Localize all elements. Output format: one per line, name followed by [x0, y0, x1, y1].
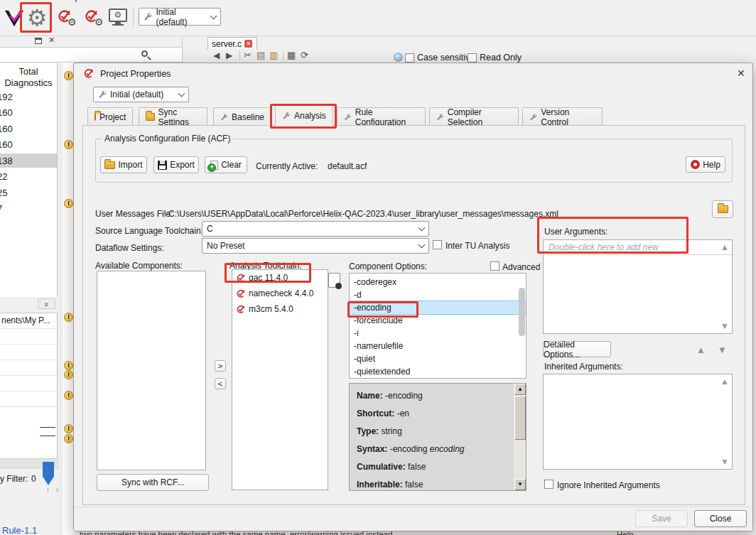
profile-selector-dialog[interactable]: Initial (default): [93, 87, 189, 102]
splitter-grip[interactable]: [40, 436, 55, 436]
tab-project[interactable]: Project: [87, 107, 133, 126]
available-components-list[interactable]: [97, 271, 206, 470]
project-path-item[interactable]: nents\My P...: [0, 313, 57, 329]
scroll-up-button[interactable]: ▲: [514, 384, 526, 395]
sync-with-rcf-button[interactable]: Sync with RCF...: [97, 474, 209, 491]
diagnostics-row[interactable]: 7: [0, 203, 54, 214]
tab-rule-configuration[interactable]: Rule Configuration: [337, 107, 426, 126]
warning-icon[interactable]: !: [64, 140, 73, 149]
scroll-down-icon[interactable]: ▼: [720, 322, 729, 330]
advanced-checkbox[interactable]: [490, 261, 500, 271]
cut-icon[interactable]: ✂: [244, 50, 252, 60]
analysis-toolchain-list[interactable]: qac 11.4.0 namecheck 4.4.0 m3cm 5.4.0: [232, 269, 328, 490]
copy-icon[interactable]: ▤: [256, 50, 265, 60]
component-options-list[interactable]: -coderegex -d -encoding -forceinclude -i…: [349, 273, 526, 379]
warning-icon[interactable]: !: [64, 391, 73, 400]
read-only-checkbox[interactable]: [468, 53, 477, 63]
search-icon[interactable]: [141, 50, 148, 57]
clear-button[interactable]: Clear: [205, 156, 247, 173]
option-item-selected[interactable]: -encoding: [350, 301, 526, 314]
diagnostics-row[interactable]: 160: [0, 107, 54, 118]
tab-analysis[interactable]: Analysis: [275, 105, 333, 126]
profile-selector-toolbar[interactable]: Initial (default): [139, 8, 221, 26]
warning-icon[interactable]: !: [64, 434, 73, 443]
scroll-down-button[interactable]: ▼: [514, 479, 526, 490]
export-button[interactable]: Export: [153, 156, 199, 173]
option-item[interactable]: -d: [350, 288, 526, 301]
diagnostics-row[interactable]: 192: [0, 92, 54, 102]
option-item[interactable]: -coderegex: [350, 276, 526, 288]
detailed-options-button[interactable]: Detailed Options...: [543, 341, 611, 357]
menu-view[interactable]: View: [19, 0, 39, 2]
source-language-select[interactable]: C: [202, 221, 429, 237]
warning-icon[interactable]: !: [64, 361, 73, 370]
warning-icon[interactable]: !: [64, 199, 73, 208]
close-panel-icon[interactable]: ✕: [48, 36, 55, 45]
scroll-up-icon[interactable]: ▲: [720, 377, 729, 386]
move-up-icon[interactable]: ▲: [696, 345, 706, 355]
tab-version-control[interactable]: Version Control: [522, 107, 603, 126]
import-button[interactable]: Import: [100, 156, 147, 173]
warning-icon[interactable]: !: [64, 313, 73, 322]
monitor-settings-button[interactable]: ⚙: [109, 9, 127, 22]
toolchain-item-namecheck[interactable]: namecheck 4.4.0: [232, 286, 328, 301]
find-icon[interactable]: [394, 53, 403, 62]
scroll-up-icon[interactable]: ▲: [720, 243, 729, 252]
close-tab-icon[interactable]: ✕: [244, 40, 252, 48]
project-properties-gear-button[interactable]: ⚙: [23, 4, 50, 31]
help-button[interactable]: Help: [686, 156, 725, 173]
option-item[interactable]: -namerulefile: [350, 340, 526, 352]
forward-icon[interactable]: ▶: [226, 50, 232, 60]
option-item[interactable]: -forceinclude: [350, 314, 526, 327]
diagnostics-row[interactable]: 160: [0, 124, 54, 134]
diagnostics-row-selected[interactable]: 138: [0, 156, 54, 166]
list-item[interactable]: [0, 376, 57, 391]
browse-folder-button[interactable]: [712, 200, 733, 218]
search-input[interactable]: [0, 47, 182, 63]
save-button[interactable]: Save: [635, 510, 688, 527]
diagnostics-row[interactable]: 22: [0, 171, 54, 182]
dataflow-select[interactable]: No Preset: [202, 238, 429, 254]
list-item[interactable]: [0, 360, 57, 376]
diagnostics-row[interactable]: 160: [0, 139, 54, 150]
menu-help[interactable]: Help: [61, 0, 80, 2]
filter-slider-handle[interactable]: [43, 462, 54, 485]
tab-server-c[interactable]: server.c ✕: [207, 37, 257, 50]
move-left-button[interactable]: <: [215, 378, 226, 389]
save-icon[interactable]: ▦: [287, 50, 296, 60]
dialog-close-icon[interactable]: ✕: [737, 67, 745, 79]
warning-icon[interactable]: !: [64, 424, 73, 433]
diagnostics-row[interactable]: 25: [0, 188, 54, 198]
inherited-arguments-list[interactable]: ▲ ▼: [543, 374, 733, 470]
collapse-section-button[interactable]: »: [38, 298, 55, 309]
warning-icon[interactable]: !: [64, 370, 73, 379]
scroll-down-icon[interactable]: ▼: [720, 458, 729, 466]
redo-icon[interactable]: ⟳: [301, 50, 308, 60]
rule-link[interactable]: Rule-1.1: [2, 525, 37, 535]
toolchain-item-m3cm[interactable]: m3cm 5.4.0: [232, 301, 328, 317]
list-item[interactable]: [0, 345, 57, 360]
float-panel-icon[interactable]: [35, 38, 42, 44]
scrollbar-thumb[interactable]: [514, 396, 526, 440]
list-item[interactable]: [0, 329, 57, 345]
move-down-icon[interactable]: ▼: [718, 345, 727, 355]
close-button[interactable]: Close: [694, 510, 747, 527]
analyze-files-button[interactable]: ⚙: [84, 9, 107, 29]
warning-icon[interactable]: !: [64, 71, 73, 80]
option-item[interactable]: -quiet: [350, 352, 526, 365]
list-item[interactable]: [0, 391, 57, 407]
user-arguments-list[interactable]: Double-click here to add new ▲ ▼: [543, 239, 733, 334]
move-right-button[interactable]: >: [215, 360, 226, 372]
analyze-project-button[interactable]: ⚙: [57, 9, 80, 29]
tab-baseline[interactable]: Baseline: [213, 107, 271, 126]
scrollbar-thumb[interactable]: [519, 288, 525, 336]
case-sensitive-checkbox[interactable]: [405, 53, 414, 63]
back-icon[interactable]: ◀: [213, 50, 220, 60]
option-item[interactable]: -i: [350, 327, 526, 340]
ignore-inherited-checkbox[interactable]: [544, 480, 554, 489]
paste-icon[interactable]: ▥: [269, 50, 278, 60]
splitter-grip[interactable]: [40, 427, 55, 428]
user-arguments-placeholder[interactable]: Double-click here to add new: [544, 240, 732, 255]
option-item[interactable]: -quietextended: [350, 365, 526, 378]
tab-compiler-selection[interactable]: Compiler Selection: [429, 107, 519, 126]
